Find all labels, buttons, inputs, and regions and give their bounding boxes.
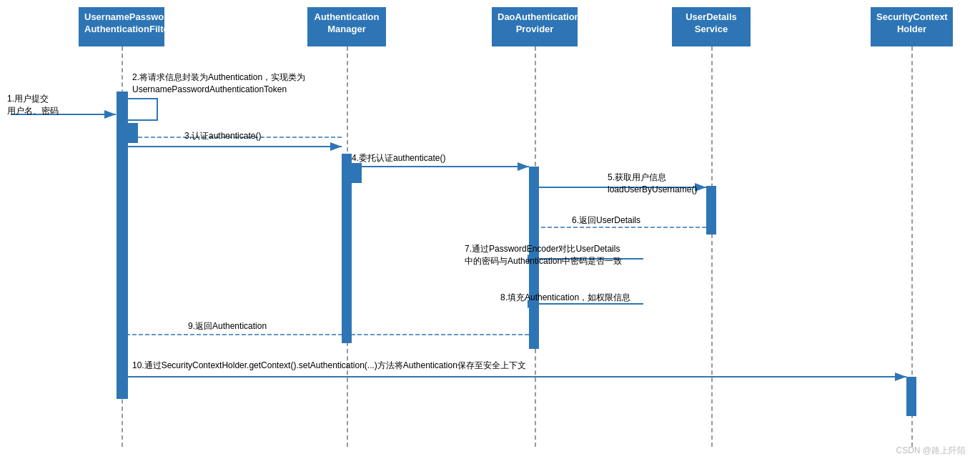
actor-security-context-holder: SecurityContextHolder: [871, 7, 953, 46]
msg-label-2: 2.将请求信息封装为Authentication，实现类为UsernamePas…: [132, 71, 305, 96]
diagram-container: UsernamePasswordAuthenticationFilter Aut…: [0, 0, 980, 464]
watermark: CSDN @路上阡陌: [896, 445, 966, 457]
msg-label-5: 5.获取用户信息loadUserByUsername(): [608, 172, 697, 196]
msg-label-4: 4.委托认证authenticate(): [352, 152, 445, 164]
msg-label-1: 1.用户提交用户名、密码: [7, 93, 59, 117]
actor-user-details-service: UserDetailsService: [672, 7, 751, 46]
activation-security-context: [906, 377, 916, 416]
actor-dao-provider: DaoAuthenticationProvider: [492, 7, 578, 46]
msg-label-9: 9.返回Authentication: [188, 320, 267, 332]
msg-label-6: 6.返回UserDetails: [572, 214, 640, 227]
msg-label-10: 10.通过SecurityContextHolder.getContext().…: [132, 360, 526, 372]
activation-auth-manager: [342, 154, 352, 343]
msg-label-7: 7.通过PasswordEncoder对比UserDetails中的密码与Aut…: [465, 243, 622, 267]
activation-filter-self: [128, 123, 138, 143]
actor-auth-manager: AuthenticationManager: [307, 7, 386, 46]
arrows-svg: [0, 0, 980, 464]
lifeline-user-details-service: [711, 46, 713, 447]
activation-user-details: [706, 186, 716, 235]
activation-filter-main: [117, 92, 128, 399]
actor-filter: UsernamePasswordAuthenticationFilter: [79, 7, 164, 46]
msg-label-3: 3.认证authenticate(): [184, 130, 261, 142]
msg-label-8: 8.填充Authentication，如权限信息: [500, 292, 630, 304]
activation-auth-manager-inner: [352, 163, 362, 183]
